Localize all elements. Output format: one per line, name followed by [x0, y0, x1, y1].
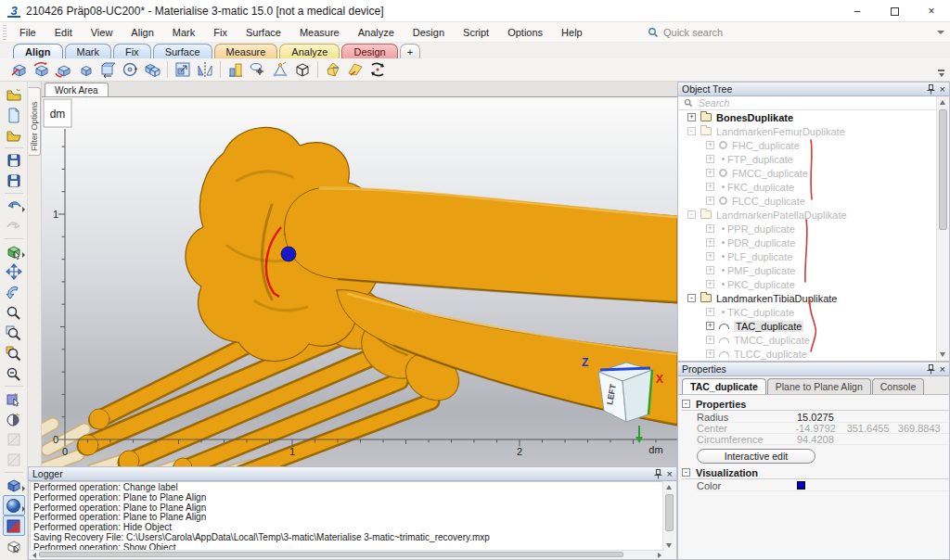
tree-item-fhc[interactable]: +FHC_duplicate	[678, 138, 937, 152]
dropdown-arrow-icon[interactable]	[22, 252, 25, 258]
close-icon[interactable]: ×	[667, 469, 673, 478]
close-icon[interactable]: ×	[940, 364, 945, 374]
properties-header[interactable]: Properties ×	[678, 363, 949, 376]
scroll-thumb[interactable]	[665, 494, 674, 531]
menu-design[interactable]: Design	[404, 24, 454, 41]
radius-value[interactable]: 15.0275	[797, 412, 849, 423]
redo-icon[interactable]	[3, 216, 25, 236]
menu-file[interactable]: File	[10, 24, 45, 41]
scroll-up-icon[interactable]	[940, 100, 945, 105]
tab-surface[interactable]: Surface	[153, 44, 212, 58]
mirror-icon[interactable]	[194, 59, 216, 80]
import-part-icon[interactable]	[3, 84, 25, 105]
tree-item-tac[interactable]: +TAC_duplicate	[678, 319, 937, 333]
menu-measure[interactable]: Measure	[290, 24, 349, 41]
interactive-positioning-icon[interactable]	[74, 59, 96, 80]
zoom-icon[interactable]	[3, 302, 25, 323]
object-tree-header[interactable]: Object Tree ×	[678, 83, 949, 96]
dropdown-arrow-icon[interactable]	[22, 506, 25, 512]
translate-icon[interactable]	[96, 59, 119, 80]
pin-icon[interactable]	[927, 364, 935, 375]
tree-item-ftp[interactable]: +FTP_duplicate	[678, 152, 937, 166]
menu-help[interactable]: Help	[552, 24, 592, 41]
collapse-toggle[interactable]: -	[682, 468, 690, 477]
menu-fix[interactable]: Fix	[204, 24, 237, 41]
expand-toggle[interactable]: +	[706, 141, 714, 149]
tree-item-plf[interactable]: +PLF_duplicate	[678, 249, 937, 263]
viewport-3d[interactable]: dm 1 0 0 1 2 dm LEFT Z X	[42, 96, 677, 466]
rotate-icon[interactable]	[119, 59, 141, 80]
interactive-translate-icon[interactable]	[7, 59, 30, 80]
n-points-registration-icon[interactable]	[269, 59, 291, 80]
expand-toggle[interactable]: +	[706, 322, 714, 330]
tree-item-bonesduplikate[interactable]: +BonesDuplikate	[678, 110, 937, 124]
rotate-view-icon[interactable]	[3, 282, 25, 302]
expand-toggle[interactable]: +	[687, 113, 696, 121]
new-document-icon[interactable]	[3, 105, 25, 125]
expand-toggle[interactable]: +	[706, 155, 714, 163]
wireframe-view-icon[interactable]	[3, 475, 25, 495]
expand-toggle[interactable]: +	[706, 252, 714, 261]
scale-icon[interactable]	[172, 59, 194, 80]
scroll-thumb[interactable]	[39, 552, 623, 557]
quick-search-input[interactable]: Quick search	[648, 22, 723, 43]
minimize-button[interactable]: –	[839, 0, 876, 22]
pin-icon[interactable]	[654, 469, 662, 479]
tree-item-flcc[interactable]: +FLCC_duplicate	[678, 194, 937, 208]
zoom-box-icon[interactable]	[3, 323, 25, 343]
pick-cube-icon[interactable]	[3, 536, 25, 556]
tab-tac-duplicate[interactable]: TAC_duplicate	[682, 378, 766, 394]
menu-view[interactable]: View	[82, 24, 122, 41]
menu-options[interactable]: Options	[498, 24, 552, 41]
zoom-region-icon[interactable]	[3, 343, 25, 363]
mark-tool-icon[interactable]	[3, 388, 25, 409]
expand-toggle[interactable]: +	[706, 169, 714, 177]
tree-item-tlcc[interactable]: +TLCC_duplicate	[678, 347, 937, 361]
expand-toggle[interactable]: +	[706, 183, 714, 191]
interactive-rotate-axis-icon[interactable]	[52, 59, 74, 80]
maximize-button[interactable]	[876, 0, 913, 22]
transparent-view-icon[interactable]	[3, 515, 25, 536]
scroll-thumb[interactable]	[939, 109, 947, 230]
menu-script[interactable]: Script	[454, 24, 498, 41]
color-row[interactable]: Color	[697, 480, 949, 491]
pan-view-icon[interactable]	[3, 261, 25, 282]
menubar-overflow-icon[interactable]	[937, 31, 944, 34]
align-bars-icon[interactable]	[225, 59, 247, 80]
tree-item-pkc[interactable]: +PKC_duplicate	[678, 277, 937, 291]
scroll-down-icon[interactable]	[666, 543, 672, 548]
expand-toggle[interactable]: +	[706, 197, 714, 205]
tab-plane-to-plane-align[interactable]: Plane to Plane Align	[767, 378, 871, 394]
landmark-point-marker[interactable]	[281, 247, 296, 261]
tree-item-pdr[interactable]: +PDR_duplicate	[678, 235, 937, 249]
tree-item-tmcc[interactable]: +TMCC_duplicate	[678, 333, 937, 347]
tab-fix[interactable]: Fix	[113, 44, 151, 58]
save-as-icon[interactable]	[3, 171, 25, 191]
save-icon[interactable]	[3, 150, 25, 171]
tab-mark[interactable]: Mark	[65, 44, 111, 58]
select-cube-icon[interactable]	[3, 241, 25, 261]
pin-icon[interactable]	[927, 84, 935, 95]
expand-toggle[interactable]: -	[687, 127, 696, 135]
expand-toggle[interactable]: -	[687, 294, 696, 302]
logger-vscrollbar[interactable]	[662, 481, 674, 552]
expand-toggle[interactable]: +	[706, 308, 714, 316]
work-area-tab[interactable]: Work Area	[45, 83, 109, 96]
close-button[interactable]: ×	[913, 0, 950, 22]
tree-item-ppr[interactable]: +PPR_duplicate	[678, 222, 937, 235]
menu-mark[interactable]: Mark	[163, 24, 204, 41]
undo-icon[interactable]	[3, 196, 25, 216]
tab-measure[interactable]: Measure	[214, 44, 278, 58]
menu-surface[interactable]: Surface	[237, 24, 290, 41]
reset-alignment-icon[interactable]	[366, 59, 389, 80]
tree-item-pmf[interactable]: +PMF_duplicate	[678, 263, 937, 277]
expand-toggle[interactable]: -	[687, 210, 696, 219]
tree-scrollbar[interactable]	[936, 96, 948, 361]
tab-add[interactable]: +	[400, 44, 420, 58]
tree-item-fkc[interactable]: +FKC_duplicate	[678, 180, 937, 194]
interactive-edit-button[interactable]: Interactive edit	[697, 449, 815, 464]
logger-header[interactable]: Logger ×	[29, 467, 676, 481]
menu-align[interactable]: Align	[122, 24, 162, 41]
expand-toggle[interactable]: +	[706, 280, 714, 288]
global-registration-icon[interactable]	[291, 59, 314, 80]
